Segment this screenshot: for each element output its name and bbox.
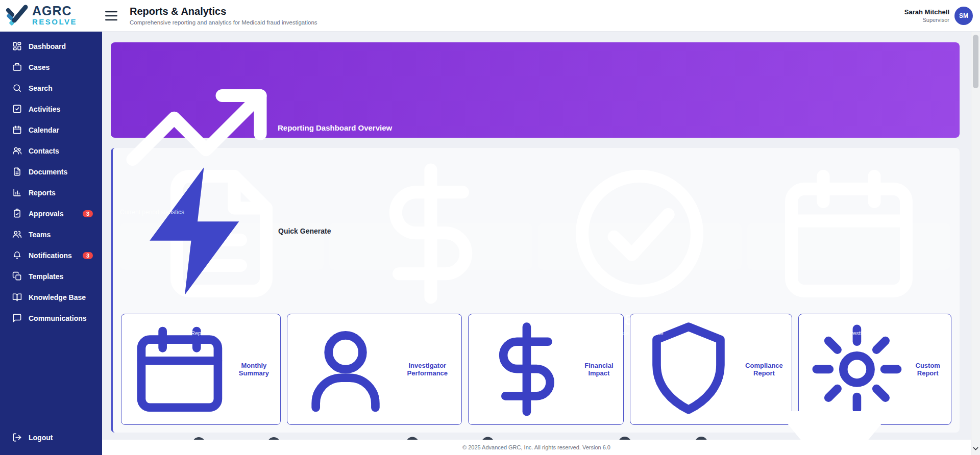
sidebar-item[interactable]: Templates bbox=[0, 266, 102, 287]
user-menu[interactable]: Sarah Mitchell Supervisor SM bbox=[904, 7, 980, 25]
logo: AGRC RESOLVE bbox=[0, 4, 102, 28]
users2-icon bbox=[12, 230, 22, 239]
sidebar-item[interactable]: Teams bbox=[0, 224, 102, 245]
sidebar-item[interactable]: Notifications 3 bbox=[0, 245, 102, 266]
footer-text: © 2025 Advanced GRC, Inc. All rights res… bbox=[462, 444, 610, 450]
sidebar-item[interactable]: Activities bbox=[0, 98, 102, 119]
layout-dashboard-icon bbox=[12, 41, 22, 51]
overview-banner: Reporting Dashboard Overview Current per… bbox=[111, 42, 960, 138]
scrollbar-down-button[interactable] bbox=[971, 444, 980, 453]
dollar-icon bbox=[354, 157, 507, 310]
logo-icon bbox=[4, 4, 29, 28]
app-header: AGRC RESOLVE Reports & Analytics Compreh… bbox=[0, 0, 980, 32]
notification-badge: 3 bbox=[83, 252, 93, 259]
stat-label: Total Fraud Identified bbox=[404, 330, 457, 336]
sidebar-item[interactable]: Contacts bbox=[0, 140, 102, 161]
sidebar-item[interactable]: Reports bbox=[0, 182, 102, 203]
page-header: Reports & Analytics Comprehensive report… bbox=[119, 6, 317, 26]
search-icon bbox=[12, 83, 22, 93]
logo-text-line2: RESOLVE bbox=[32, 17, 77, 26]
calendar-icon bbox=[12, 125, 22, 135]
check-square-icon bbox=[12, 104, 22, 114]
book-open-icon bbox=[12, 292, 22, 302]
scrollbar-thumb[interactable] bbox=[973, 35, 978, 88]
file-text-icon bbox=[12, 167, 22, 176]
stat-card: 89% Case Closure Rate bbox=[538, 223, 742, 270]
scrollbar[interactable] bbox=[971, 32, 980, 455]
footer: © 2025 Advanced GRC, Inc. All rights res… bbox=[102, 440, 971, 455]
quick-generate-title: Quick Generate bbox=[278, 227, 331, 235]
sidebar-item[interactable]: Documents bbox=[0, 161, 102, 182]
user-name: Sarah Mitchell bbox=[904, 8, 949, 16]
stat-card: $2.4M Total Fraud Identified bbox=[329, 223, 533, 270]
logo-text-line1: AGRC bbox=[32, 5, 77, 17]
log-out-icon bbox=[12, 433, 22, 442]
sidebar-item[interactable]: Knowledge Base bbox=[0, 287, 102, 308]
sidebar-item[interactable]: Communications bbox=[0, 308, 102, 328]
chevron-down-icon bbox=[971, 444, 980, 453]
notification-badge: 3 bbox=[83, 210, 93, 217]
stat-card: 45 Days Avg Investigation bbox=[747, 223, 951, 270]
page-title: Reports & Analytics bbox=[130, 6, 317, 17]
stat-label: Reports Generated MTD bbox=[191, 330, 252, 336]
sidebar-item[interactable]: Approvals 3 bbox=[0, 203, 102, 224]
sidebar-item[interactable]: Dashboard bbox=[0, 36, 102, 57]
stat-label: Days Avg Investigation bbox=[820, 330, 877, 336]
avatar[interactable]: SM bbox=[954, 7, 973, 25]
briefcase-icon bbox=[12, 62, 22, 72]
sidebar-item[interactable]: Calendar bbox=[0, 119, 102, 140]
menu-button[interactable] bbox=[103, 8, 119, 24]
stat-label: Case Closure Rate bbox=[616, 330, 664, 336]
main-content: Reporting Dashboard Overview Current per… bbox=[102, 32, 971, 455]
sidebar: Dashboard Cases Search Activities Calend… bbox=[0, 32, 102, 455]
clipboard-check-icon bbox=[12, 209, 22, 218]
sidebar-item[interactable]: Cases bbox=[0, 57, 102, 78]
logout-button[interactable]: Logout bbox=[0, 427, 102, 448]
page-subtitle: Comprehensive reporting and analytics fo… bbox=[130, 19, 317, 26]
calendar-icon bbox=[772, 157, 925, 310]
copy-icon bbox=[12, 271, 22, 281]
bar-chart-icon bbox=[12, 188, 22, 197]
circle-check-icon bbox=[563, 157, 716, 310]
bell-icon bbox=[12, 250, 22, 260]
menu-icon bbox=[103, 18, 119, 26]
message-square-icon bbox=[12, 313, 22, 323]
zap-icon bbox=[121, 155, 274, 308]
banner-subtitle: Current period statistics bbox=[120, 209, 950, 216]
banner-title: Reporting Dashboard Overview bbox=[278, 123, 392, 132]
sidebar-item[interactable]: Search bbox=[0, 78, 102, 98]
user-role: Supervisor bbox=[904, 17, 949, 23]
users-icon bbox=[12, 146, 22, 156]
